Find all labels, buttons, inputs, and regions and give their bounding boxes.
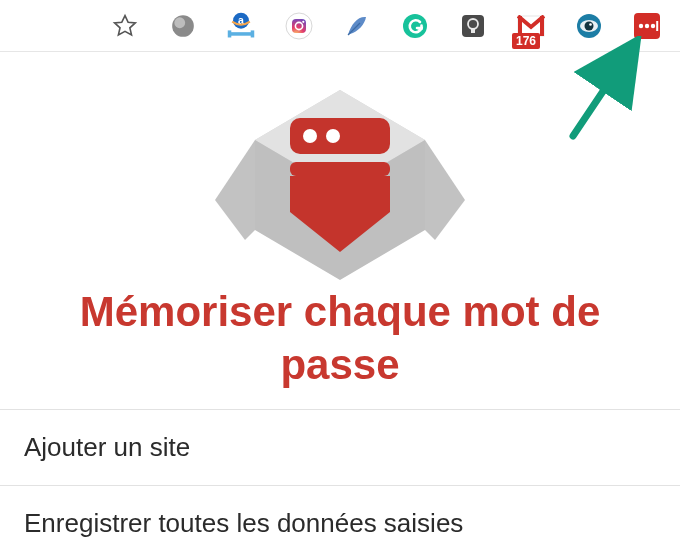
svg-point-28 <box>303 129 317 143</box>
amazon-extension-button[interactable]: a <box>226 11 256 41</box>
svg-point-11 <box>403 14 427 38</box>
idea-extension-button[interactable] <box>458 11 488 41</box>
svg-point-21 <box>589 23 592 26</box>
svg-point-10 <box>302 20 304 22</box>
svg-point-23 <box>639 23 643 27</box>
hero-title: Mémoriser chaque mot de passe <box>0 286 680 391</box>
extension-toolbar: a <box>0 0 680 52</box>
svg-rect-6 <box>251 30 255 37</box>
sphere-extension-button[interactable] <box>168 11 198 41</box>
menu-list: Ajouter un site Enregistrer toutes les d… <box>0 409 680 551</box>
idea-icon <box>460 13 486 39</box>
instagram-extension-button[interactable] <box>284 11 314 41</box>
svg-rect-17 <box>540 16 544 36</box>
svg-rect-4 <box>230 32 253 36</box>
bookmark-star-button[interactable] <box>110 11 140 41</box>
svg-point-1 <box>174 17 185 28</box>
star-icon <box>112 13 138 39</box>
menu-item-save-all-data[interactable]: Enregistrer toutes les données saisies <box>0 485 680 551</box>
feather-extension-button[interactable] <box>342 11 372 41</box>
instagram-icon <box>285 12 313 40</box>
svg-point-24 <box>645 23 649 27</box>
grammarly-extension-button[interactable] <box>400 11 430 41</box>
lastpass-icon <box>633 12 661 40</box>
menu-item-label: Enregistrer toutes les données saisies <box>24 508 463 538</box>
eye-icon <box>575 12 603 40</box>
sphere-icon <box>170 13 196 39</box>
svg-point-20 <box>585 21 594 30</box>
svg-rect-30 <box>290 162 390 176</box>
svg-point-29 <box>326 129 340 143</box>
lastpass-extension-button[interactable] <box>632 11 662 41</box>
svg-point-25 <box>651 23 655 27</box>
eye-extension-button[interactable] <box>574 11 604 41</box>
lastpass-vault-illustration <box>195 80 485 280</box>
svg-rect-26 <box>656 21 658 31</box>
gmail-extension-button[interactable]: 176 <box>516 11 546 41</box>
amazon-icon: a <box>226 9 256 43</box>
feather-icon <box>343 12 371 40</box>
hero-section: Mémoriser chaque mot de passe <box>0 52 680 391</box>
menu-item-add-site[interactable]: Ajouter un site <box>0 409 680 485</box>
menu-item-label: Ajouter un site <box>24 432 190 462</box>
svg-rect-5 <box>228 30 232 37</box>
grammarly-icon <box>401 12 429 40</box>
gmail-badge: 176 <box>512 33 540 49</box>
svg-rect-14 <box>471 29 475 33</box>
